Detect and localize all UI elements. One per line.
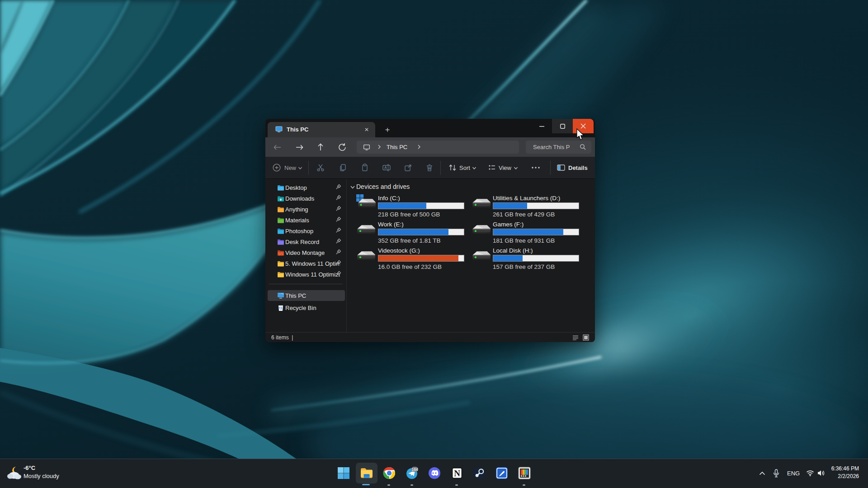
svg-text:N: N <box>454 469 460 478</box>
svg-text:164: 164 <box>411 467 418 472</box>
